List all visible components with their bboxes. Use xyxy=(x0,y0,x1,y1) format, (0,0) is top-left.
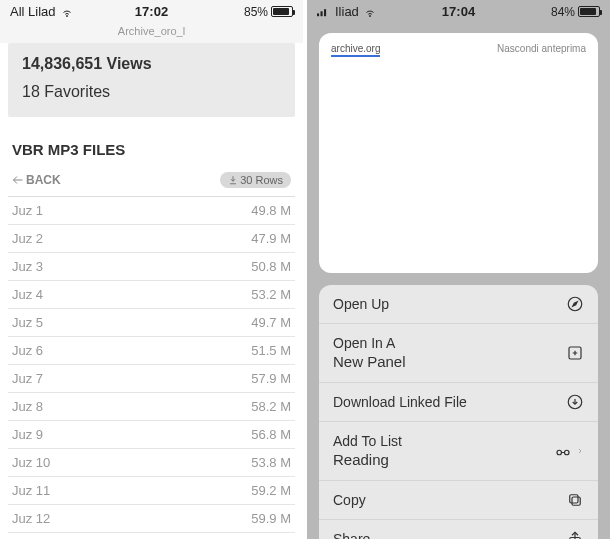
file-name: Juz 4 xyxy=(12,287,43,302)
file-size: 49.7 M xyxy=(251,315,291,330)
menu-item-compass[interactable]: Open Up xyxy=(319,285,598,324)
carrier-label: All Lilad xyxy=(10,4,56,19)
svg-rect-2 xyxy=(321,11,323,16)
preview-title: archive.org xyxy=(331,43,380,57)
svg-point-10 xyxy=(557,450,562,455)
phone-right: Iliad 17:04 84% archive.org Nascondi ant… xyxy=(307,0,610,539)
menu-label: Open Up xyxy=(333,295,389,313)
svg-point-5 xyxy=(369,15,370,16)
svg-point-11 xyxy=(565,450,570,455)
page-title: Archive_oro_l xyxy=(0,23,303,43)
rows-pill[interactable]: 30 Rows xyxy=(220,172,291,188)
menu-label: Download Linked File xyxy=(333,393,467,411)
signal-icon xyxy=(317,7,331,17)
file-name: Juz 6 xyxy=(12,343,43,358)
file-name: Juz 12 xyxy=(12,511,50,526)
file-row[interactable]: Juz 350.8 M xyxy=(8,253,295,281)
file-row[interactable]: Juz 1053.8 M xyxy=(8,449,295,477)
battery-percent: 84% xyxy=(551,5,575,19)
download-icon xyxy=(228,175,238,185)
menu-item-download[interactable]: Download Linked File xyxy=(319,383,598,422)
battery-percent: 85% xyxy=(244,5,268,19)
file-size: 53.8 M xyxy=(251,455,291,470)
file-size: 56.8 M xyxy=(251,427,291,442)
clock-label: 17:04 xyxy=(411,4,505,19)
file-size: 47.9 M xyxy=(251,231,291,246)
clock-label: 17:02 xyxy=(104,4,198,19)
menu-label: Add To ListReading xyxy=(333,432,402,470)
file-size: 50.8 M xyxy=(251,259,291,274)
file-row[interactable]: Juz 247.9 M xyxy=(8,225,295,253)
hide-preview-link[interactable]: Nascondi anteprima xyxy=(497,43,586,263)
left-content: 14,836,651 Views 18 Favorites VBR MP3 FI… xyxy=(0,43,303,539)
menu-label: Open In ANew Panel xyxy=(333,334,406,372)
file-size: 57.9 M xyxy=(251,371,291,386)
share-icon xyxy=(566,530,584,539)
menu-item-plus-square[interactable]: Open In ANew Panel xyxy=(319,324,598,383)
back-arrow-icon xyxy=(12,174,24,186)
file-name: Juz 8 xyxy=(12,399,43,414)
file-size: 59.9 M xyxy=(251,511,291,526)
svg-rect-4 xyxy=(328,7,330,15)
file-row[interactable]: Juz 757.9 M xyxy=(8,365,295,393)
section-header: VBR MP3 FILES xyxy=(8,135,295,168)
file-name: Juz 3 xyxy=(12,259,43,274)
svg-rect-13 xyxy=(570,495,578,503)
file-size: 51.5 M xyxy=(251,343,291,358)
back-label: BACK xyxy=(26,173,61,187)
wifi-icon xyxy=(363,6,377,18)
battery-icon xyxy=(271,6,293,17)
menu-item-share[interactable]: Share... xyxy=(319,520,598,539)
svg-rect-12 xyxy=(572,497,580,505)
file-name: Juz 5 xyxy=(12,315,43,330)
menu-sublabel: Reading xyxy=(333,450,402,470)
file-name: Juz 2 xyxy=(12,231,43,246)
menu-item-glasses[interactable]: Add To ListReading xyxy=(319,422,598,481)
status-bar-right: Iliad 17:04 84% xyxy=(307,0,610,23)
status-bar-left: All Lilad 17:02 85% xyxy=(0,0,303,23)
file-row[interactable]: Juz 1358.7 M xyxy=(8,533,295,539)
download-icon xyxy=(566,393,584,411)
list-controls: BACK 30 Rows xyxy=(8,168,295,197)
plus-square-icon xyxy=(566,344,584,362)
carrier-label: Iliad xyxy=(335,4,359,19)
rows-label: 30 Rows xyxy=(240,174,283,186)
battery-icon xyxy=(578,6,600,17)
file-list: Juz 149.8 MJuz 247.9 MJuz 350.8 MJuz 453… xyxy=(8,197,295,539)
menu-label: Copy xyxy=(333,491,366,509)
svg-point-0 xyxy=(66,15,67,16)
copy-icon xyxy=(566,491,584,509)
file-name: Juz 9 xyxy=(12,427,43,442)
favorites-count: 18 Favorites xyxy=(22,83,281,101)
wifi-icon xyxy=(60,6,74,18)
menu-label: Share... xyxy=(333,530,382,539)
file-size: 53.2 M xyxy=(251,287,291,302)
right-content: archive.org Nascondi anteprima Open UpOp… xyxy=(307,23,610,539)
back-button[interactable]: BACK xyxy=(12,173,61,187)
preview-card[interactable]: archive.org Nascondi anteprima xyxy=(319,33,598,273)
file-size: 59.2 M xyxy=(251,483,291,498)
file-name: Juz 7 xyxy=(12,371,43,386)
stats-card: 14,836,651 Views 18 Favorites xyxy=(8,43,295,117)
file-row[interactable]: Juz 453.2 M xyxy=(8,281,295,309)
file-size: 49.8 M xyxy=(251,203,291,218)
file-name: Juz 1 xyxy=(12,203,43,218)
chevron-right-icon xyxy=(576,444,584,458)
menu-item-copy[interactable]: Copy xyxy=(319,481,598,520)
file-row[interactable]: Juz 1159.2 M xyxy=(8,477,295,505)
context-menu: Open UpOpen In ANew PanelDownload Linked… xyxy=(319,285,598,539)
file-row[interactable]: Juz 651.5 M xyxy=(8,337,295,365)
svg-marker-7 xyxy=(573,302,578,307)
file-row[interactable]: Juz 1259.9 M xyxy=(8,505,295,533)
file-row[interactable]: Juz 149.8 M xyxy=(8,197,295,225)
glasses-icon xyxy=(554,442,572,460)
phone-left: All Lilad 17:02 85% Archive_oro_l 14,836… xyxy=(0,0,303,539)
file-row[interactable]: Juz 549.7 M xyxy=(8,309,295,337)
file-row[interactable]: Juz 858.2 M xyxy=(8,393,295,421)
menu-sublabel: New Panel xyxy=(333,352,406,372)
file-row[interactable]: Juz 956.8 M xyxy=(8,421,295,449)
svg-rect-3 xyxy=(324,9,326,16)
views-count: 14,836,651 Views xyxy=(22,55,152,72)
svg-rect-1 xyxy=(317,13,319,16)
file-name: Juz 11 xyxy=(12,483,50,498)
